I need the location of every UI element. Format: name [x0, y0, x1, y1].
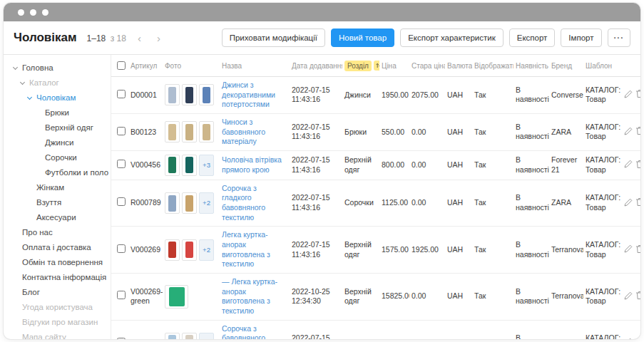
- sidebar-item-briuky[interactable]: Брюки: [4, 105, 111, 120]
- sidebar-item-bloh[interactable]: Блог: [4, 285, 111, 300]
- product-sku: R000789: [128, 180, 163, 227]
- delete-icon[interactable]: [634, 290, 640, 303]
- product-photo[interactable]: [165, 84, 180, 105]
- column-header-currency[interactable]: Валюта: [445, 55, 472, 77]
- import-button[interactable]: Імпорт: [561, 28, 601, 47]
- sort-icon[interactable]: [374, 61, 379, 71]
- product-photo[interactable]: [165, 155, 180, 176]
- sidebar-item-cholovikam[interactable]: Чоловікам: [4, 90, 111, 105]
- sidebar-item-pro-nas[interactable]: Про нас: [4, 225, 111, 240]
- edit-icon[interactable]: [623, 159, 634, 171]
- product-photo[interactable]: [182, 121, 197, 142]
- row-checkbox[interactable]: [117, 291, 126, 299]
- window-maximize-dot[interactable]: [42, 9, 48, 16]
- sidebar-item-kontaktna[interactable]: Контактна інформація: [4, 270, 111, 285]
- product-sku: R000879: [128, 320, 163, 339]
- product-photo[interactable]: [165, 333, 180, 339]
- product-photo[interactable]: [165, 192, 180, 214]
- product-brand: ZARA: [549, 113, 583, 150]
- column-header-price[interactable]: Ціна: [379, 55, 409, 77]
- product-name-link[interactable]: Чиноси з бавовняного матеріалу: [222, 118, 265, 145]
- row-checkbox[interactable]: [117, 90, 126, 98]
- window-close-dot[interactable]: [18, 9, 24, 16]
- product-template: КАТАЛОГ: Товар: [583, 180, 620, 227]
- more-photos-badge[interactable]: +3: [199, 155, 214, 176]
- product-photo[interactable]: [182, 155, 197, 176]
- sidebar-item-obmin[interactable]: Обмін та повернення: [4, 255, 111, 270]
- product-name-link[interactable]: Сорочка з гладкого бавовняного текстилю: [222, 184, 265, 222]
- product-name-link[interactable]: Джинси з декоративними потертостями: [222, 81, 275, 108]
- edit-icon[interactable]: [623, 89, 634, 101]
- more-photos-badge[interactable]: +2: [199, 192, 214, 214]
- delete-icon[interactable]: [634, 159, 640, 172]
- delete-icon[interactable]: [634, 244, 640, 256]
- column-header-photo[interactable]: Фото: [163, 55, 220, 77]
- next-page-button[interactable]: ›: [153, 31, 165, 45]
- sidebar-item-sorochky[interactable]: Сорочки: [4, 150, 111, 165]
- product-name-link[interactable]: Легка куртка-анорак виготовлена з тексти…: [222, 230, 270, 268]
- row-checkbox[interactable]: [117, 127, 126, 135]
- column-header-old-price[interactable]: Стара ціна: [409, 55, 445, 77]
- window-minimize-dot[interactable]: [30, 9, 36, 16]
- product-photo[interactable]: [199, 121, 214, 142]
- export-button[interactable]: Експорт: [509, 28, 556, 47]
- product-photo[interactable]: [182, 239, 197, 261]
- edit-icon[interactable]: [623, 244, 634, 256]
- product-photo[interactable]: [165, 285, 188, 309]
- more-photos-badge[interactable]: +2: [199, 239, 214, 261]
- edit-icon[interactable]: [623, 291, 634, 303]
- product-photo[interactable]: [199, 84, 214, 105]
- sidebar-item-vidhuky[interactable]: Відгуки про магазин: [4, 315, 111, 330]
- column-header-date[interactable]: Дата додавання: [290, 55, 342, 77]
- row-checkbox[interactable]: [117, 160, 126, 168]
- product-photo[interactable]: [182, 333, 197, 339]
- new-product-button[interactable]: Новий товар: [331, 28, 394, 47]
- column-header-visible[interactable]: Відображати: [472, 55, 513, 77]
- sidebar-item-oplata[interactable]: Оплата і доставка: [4, 240, 111, 255]
- delete-icon[interactable]: [634, 197, 640, 209]
- edit-icon[interactable]: [623, 126, 634, 138]
- sidebar-item-holovna[interactable]: Головна: [4, 61, 111, 76]
- sidebar-item-aksesuary[interactable]: Аксесуари: [4, 210, 111, 225]
- product-photo[interactable]: [165, 239, 180, 261]
- sidebar-item-futbolky[interactable]: Футболки и поло: [4, 165, 111, 180]
- select-all-checkbox[interactable]: [117, 61, 126, 70]
- row-checkbox[interactable]: [117, 338, 126, 339]
- prev-page-button[interactable]: ‹: [133, 31, 145, 45]
- export-characteristics-button[interactable]: Експорт характеристик: [400, 28, 504, 47]
- column-header-sku[interactable]: Артикул: [128, 55, 163, 77]
- sidebar-item-uhoda[interactable]: Угода користувача: [4, 300, 111, 315]
- product-name-link[interactable]: Чоловіча вітрівка прямого крою: [222, 155, 282, 174]
- product-price: 1575.00: [379, 227, 409, 274]
- sidebar-item-dzhynsy[interactable]: Джинси: [4, 135, 111, 150]
- column-header-stock[interactable]: Наявність: [513, 55, 549, 77]
- sidebar-item-zhinkam[interactable]: Жінкам: [4, 180, 111, 195]
- column-header-brand[interactable]: Бренд: [549, 55, 583, 77]
- edit-icon[interactable]: [623, 337, 634, 339]
- table-row: V000456 +3 Чоловіча вітрівка прямого кро…: [111, 150, 640, 180]
- product-photo[interactable]: [165, 121, 180, 142]
- product-price: 1950.00: [379, 77, 409, 114]
- delete-icon[interactable]: [634, 337, 640, 339]
- sidebar-item-kataloh[interactable]: Каталог: [4, 76, 111, 90]
- more-actions-button[interactable]: ···: [608, 28, 631, 47]
- product-photo[interactable]: [182, 192, 197, 214]
- row-checkbox[interactable]: [117, 197, 126, 206]
- product-brand: Converse: [549, 77, 583, 114]
- delete-icon[interactable]: [634, 88, 640, 101]
- product-template: КАТАЛОГ: Товар: [583, 113, 620, 150]
- sidebar-item-vzuttia[interactable]: Взуття: [4, 195, 111, 210]
- product-name-link[interactable]: Сорочка з бавовняного матеріалу притален…: [222, 324, 285, 339]
- sidebar-item-verkhnii-odiah[interactable]: Верхній одяг: [4, 120, 111, 135]
- more-photos-badge[interactable]: +2: [199, 333, 214, 339]
- column-header-name[interactable]: Назва: [220, 55, 290, 77]
- row-checkbox[interactable]: [117, 244, 126, 253]
- edit-icon[interactable]: [623, 197, 634, 209]
- product-name-link[interactable]: — Легка куртка-анорак виготовлена з текс…: [222, 277, 277, 315]
- sidebar-item-mapa-saitu[interactable]: Мапа сайту: [4, 330, 111, 339]
- column-header-template[interactable]: Шаблон: [583, 55, 620, 77]
- product-sku: B00123: [128, 113, 163, 150]
- product-photo[interactable]: [182, 84, 197, 105]
- delete-icon[interactable]: [634, 125, 640, 138]
- hide-modifications-button[interactable]: Приховати модифікації: [222, 28, 325, 47]
